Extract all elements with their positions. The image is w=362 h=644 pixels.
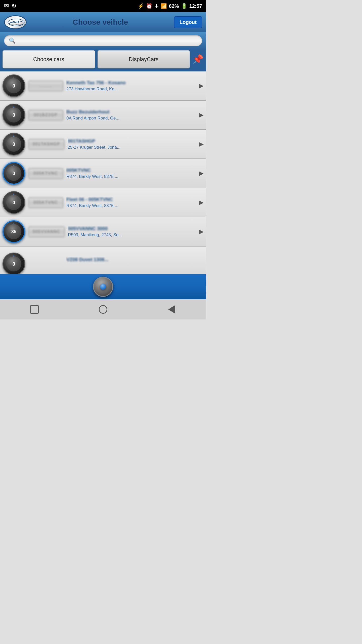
knob-center [100, 284, 106, 290]
vehicle-name-1: Kenneth Tas 756 - Kosano [66, 80, 195, 86]
compass-dial-7: 0 [3, 253, 25, 274]
bottom-knob[interactable] [93, 277, 113, 297]
plate-3: 001TASHGP [28, 139, 65, 149]
svg-text:VEHICLE BURDEN STRONG: VEHICLE BURDEN STRONG [9, 24, 25, 25]
list-item[interactable]: 0 005KTVNC Fleet 06 - 005KTVNC R374, Bar… [0, 188, 206, 217]
list-item[interactable]: 0 001TASHGP 001TASHGP 25-27 Kruger Stree… [0, 130, 206, 159]
recent-apps-icon [30, 305, 39, 314]
sync-icon: ↻ [12, 3, 16, 9]
vehicle-name-6: 005VVANNC 3000 [68, 226, 195, 231]
status-bar: ✉ ↻ ⚡ ⏰ ⬇ 📶 62% 🔋 12:57 [0, 0, 206, 12]
logout-button[interactable]: Logout [174, 16, 202, 28]
search-container: 🔍 [0, 32, 206, 50]
status-left-icons: ✉ ↻ [4, 3, 16, 9]
list-item[interactable]: 35 005VVANNC 005VVANNC 3000 R503, Mahike… [0, 217, 206, 247]
list-item[interactable]: 0 001BZ2GP Buzz Bezuiderhout 0A Rand Air… [0, 101, 206, 130]
status-right-icons: ⚡ ⏰ ⬇ 📶 62% 🔋 12:57 [138, 3, 202, 9]
vehicle-address-5: R374, Barkly West, 8375,... [66, 203, 195, 208]
compass-dial-6: 35 [3, 220, 25, 243]
vehicle-info-1: Kenneth Tas 756 - Kosano 273 Hawthorne R… [66, 80, 195, 92]
vehicle-address-3: 25-27 Kruger Street, Joha... [68, 145, 195, 150]
download-icon: ⬇ [154, 3, 159, 9]
compass-value-7: 0 [6, 256, 21, 271]
vehicle-name-4: 005KTVNC [66, 168, 195, 173]
android-nav-bar [0, 299, 206, 319]
search-bar: 🔍 [4, 35, 202, 46]
compass-value-5: 0 [6, 195, 21, 210]
svg-text:soltrack: soltrack [10, 21, 20, 24]
search-input[interactable] [19, 38, 197, 44]
list-item[interactable]: 0 ........ Kenneth Tas 756 - Kosano 273 … [0, 71, 206, 101]
battery-percent: 62% [169, 3, 179, 9]
vehicle-info-4: 005KTVNC R374, Barkly West, 8375,... [66, 168, 195, 179]
plate-4: 005KTVNC [28, 168, 63, 179]
chevron-right-5: ▶ [199, 199, 204, 206]
vehicle-address-4: R374, Barkly West, 8375,... [66, 174, 195, 179]
plate-5: 005KTVNC [28, 197, 63, 208]
battery-icon: 🔋 [181, 3, 187, 9]
compass-value-4: 0 [6, 166, 21, 181]
app-header: soltrack VEHICLE BURDEN STRONG Choose ve… [0, 12, 206, 32]
search-icon: 🔍 [9, 37, 16, 44]
pin-icon[interactable]: 📌 [192, 54, 204, 65]
vehicle-info-2: Buzz Bezuiderhout 0A Rand Airport Road, … [66, 109, 195, 121]
plate-6: 005VVANNC [28, 226, 65, 237]
vehicle-info-6: 005VVANNC 3000 R503, Mahikeng, 2745, So.… [68, 226, 195, 237]
logo-swoosh-svg: soltrack VEHICLE BURDEN STRONG [6, 18, 26, 27]
tab-choose-cars[interactable]: Choose cars [3, 50, 95, 68]
tab-display-cars[interactable]: DisplayCars [98, 50, 190, 68]
tab-row: Choose cars DisplayCars 📌 [0, 50, 206, 71]
compass-value-3: 0 [6, 137, 21, 152]
compass-dial-1: 0 [3, 74, 25, 97]
chevron-right-1: ▶ [199, 83, 204, 89]
soltrack-logo: soltrack VEHICLE BURDEN STRONG [4, 15, 27, 29]
compass-dial-5: 0 [3, 191, 25, 214]
vehicle-name-3: 001TASHGP [68, 138, 195, 144]
compass-value-2: 0 [6, 107, 21, 123]
bottom-bar [0, 274, 206, 299]
bluetooth-icon: ⚡ [138, 3, 144, 9]
recent-apps-button[interactable] [27, 303, 41, 316]
vehicle-info-7: VZ08 Duvet 1308... [66, 257, 204, 263]
compass-dial-2: 0 [3, 104, 25, 126]
vehicle-address-1: 273 Hawthorne Road, Ke... [66, 87, 195, 92]
vehicle-name-5: Fleet 06 - 005KTVNC [66, 197, 195, 202]
compass-value-6: 35 [6, 224, 21, 239]
vehicle-info-5: Fleet 06 - 005KTVNC R374, Barkly West, 8… [66, 197, 195, 208]
alarm-icon: ⏰ [146, 3, 152, 9]
list-item[interactable]: 0 005KTVNC 005KTVNC R374, Barkly West, 8… [0, 159, 206, 188]
logo-area: soltrack VEHICLE BURDEN STRONG [4, 15, 27, 29]
plate-1: ........ [28, 80, 63, 91]
vehicle-list: 0 ........ Kenneth Tas 756 - Kosano 273 … [0, 71, 206, 274]
list-item[interactable]: 0 VZ08 Duvet 1308... [0, 247, 206, 274]
compass-dial-3: 0 [3, 133, 25, 155]
chevron-right-4: ▶ [199, 170, 204, 177]
chevron-right-3: ▶ [199, 141, 204, 147]
gmail-icon: ✉ [4, 3, 9, 9]
back-button[interactable] [165, 303, 179, 316]
vehicle-address-2: 0A Rand Airport Road, Ge... [66, 116, 195, 121]
plate-2: 001BZ2GP [28, 110, 63, 120]
home-button[interactable] [96, 303, 110, 316]
compass-dial-4: 0 [3, 162, 25, 185]
vehicle-name-2: Buzz Bezuiderhout [66, 109, 195, 115]
clock: 12:57 [189, 3, 202, 9]
signal-icon: 📶 [161, 3, 167, 9]
vehicle-address-6: R503, Mahikeng, 2745, So... [68, 232, 195, 237]
home-icon [99, 305, 107, 314]
vehicle-info-3: 001TASHGP 25-27 Kruger Street, Joha... [68, 138, 195, 150]
compass-value-1: 0 [6, 78, 21, 93]
chevron-right-2: ▶ [199, 112, 204, 118]
chevron-right-6: ▶ [199, 228, 204, 235]
vehicle-name-7: VZ08 Duvet 1308... [66, 257, 204, 262]
back-icon [168, 305, 175, 314]
page-title: Choose veihcle [27, 18, 174, 26]
